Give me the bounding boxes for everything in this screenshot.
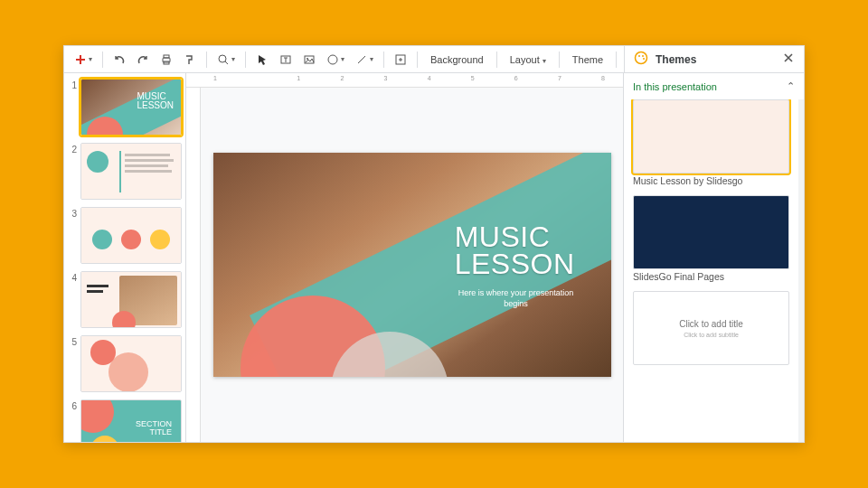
svg-point-12 — [643, 58, 645, 60]
chevron-down-icon: ▾ — [370, 55, 373, 63]
section-label: In this presentation — [633, 81, 717, 92]
slide-title[interactable]: MUSIC LESSON — [455, 223, 575, 278]
vertical-ruler — [186, 88, 201, 442]
layout-button[interactable]: Layout ▾ — [503, 51, 553, 69]
theme-name: Music Lesson by Slidesgo — [633, 175, 789, 186]
theme-card[interactable] — [633, 195, 789, 269]
panel-title: Themes — [656, 53, 775, 66]
blank-title: Click to add title — [679, 319, 743, 329]
svg-point-10 — [638, 55, 640, 57]
thumb-number: 1 — [68, 79, 77, 136]
panel-section-header[interactable]: In this presentation ⌃ — [624, 73, 804, 99]
separator — [616, 52, 617, 68]
svg-point-9 — [636, 52, 647, 64]
thumb-number: 3 — [68, 207, 77, 264]
themes-panel: Themes In this presentation ⌃ Music Less… — [623, 73, 804, 442]
horizontal-ruler: 1 12 34 56 78 — [186, 73, 623, 88]
thumb-number: 6 — [68, 399, 77, 442]
separator — [383, 52, 384, 68]
theme-card[interactable]: Click to add title Click to add subtitle — [633, 291, 789, 365]
redo-button[interactable] — [132, 50, 154, 70]
line-tool[interactable]: ▾ — [351, 50, 378, 70]
textbox-tool[interactable] — [275, 50, 297, 70]
slide-thumbnail[interactable] — [80, 207, 182, 264]
thumb-number: 4 — [68, 271, 77, 328]
chevron-down-icon: ▾ — [89, 55, 92, 63]
slides-app: ▾ ▾ ▾ ▾ Background Layout ▾ Theme Transi… — [63, 45, 805, 443]
shape-tool[interactable]: ▾ — [322, 50, 349, 70]
image-tool[interactable] — [298, 50, 320, 70]
slide-title-line: LESSON — [455, 248, 575, 280]
theme-card[interactable] — [633, 99, 789, 174]
svg-point-11 — [642, 55, 644, 57]
thumb-number: 2 — [68, 143, 77, 200]
separator — [245, 52, 246, 68]
chevron-down-icon: ▾ — [341, 55, 344, 63]
separator — [417, 52, 418, 68]
chevron-down-icon: ▾ — [231, 55, 235, 63]
svg-point-7 — [328, 55, 337, 64]
print-button[interactable] — [156, 50, 177, 70]
slide-thumbnail[interactable] — [80, 271, 182, 328]
slide-thumbnail-strip: 1 MUSICLESSON 2 3 — [64, 73, 186, 442]
layout-label: Layout — [510, 54, 540, 65]
canvas: 1 12 34 56 78 MUSIC — [186, 73, 623, 442]
separator — [206, 52, 207, 68]
paint-format-button[interactable] — [179, 50, 201, 70]
slide-thumbnail[interactable]: MUSICLESSON — [80, 79, 182, 136]
select-tool[interactable] — [251, 50, 273, 70]
separator — [559, 52, 560, 68]
background-button[interactable]: Background — [423, 51, 491, 69]
slide-thumbnail[interactable] — [80, 335, 182, 392]
separator — [102, 52, 103, 68]
blank-subtitle: Click to add subtitle — [684, 332, 739, 338]
theme-name: SlidesGo Final Pages — [633, 271, 789, 282]
main-area: 1 MUSICLESSON 2 3 — [64, 73, 804, 442]
zoom-button[interactable]: ▾ — [212, 50, 240, 70]
close-icon[interactable] — [782, 52, 795, 67]
slide-thumbnail[interactable] — [80, 143, 182, 200]
panel-header: Themes — [624, 46, 804, 73]
chevron-up-icon: ⌃ — [787, 80, 795, 92]
chevron-down-icon: ▾ — [542, 57, 546, 65]
theme-button[interactable]: Theme — [565, 51, 610, 69]
separator — [496, 52, 497, 68]
slide-subtitle[interactable]: Here is where your presentation begins — [458, 288, 575, 309]
palette-icon — [634, 51, 648, 68]
new-slide-button[interactable]: ▾ — [70, 50, 97, 70]
slide-thumbnail[interactable]: SECTIONTITLE — [80, 399, 182, 442]
current-slide[interactable]: MUSIC LESSON Here is where your presenta… — [213, 153, 611, 377]
svg-point-3 — [219, 55, 226, 62]
svg-rect-1 — [164, 55, 169, 58]
undo-button[interactable] — [108, 50, 130, 70]
thumb-number: 5 — [68, 335, 77, 392]
panel-body: Music Lesson by Slidesgo SlidesGo Final … — [624, 99, 804, 442]
slide-stage[interactable]: MUSIC LESSON Here is where your presenta… — [201, 88, 623, 442]
comment-button[interactable] — [390, 50, 411, 70]
